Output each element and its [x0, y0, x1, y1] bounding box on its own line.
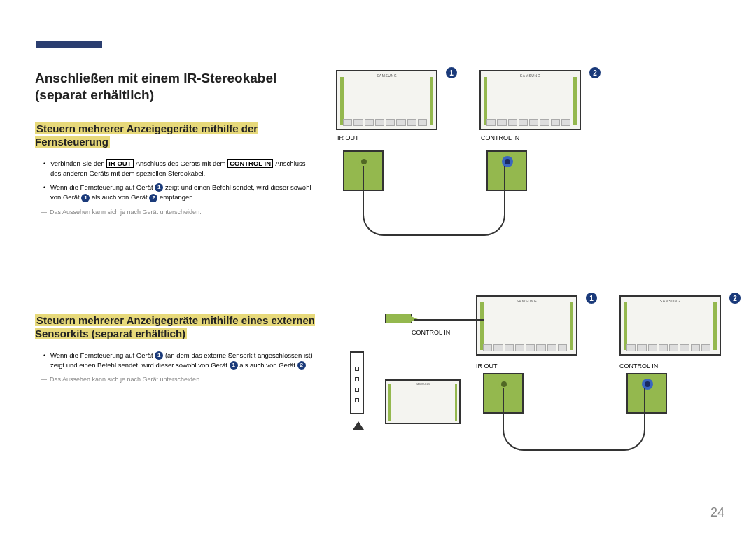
text-column: Anschließen mit einem IR-Stereokabel (se…	[35, 70, 315, 491]
badge-2-icon: 2	[589, 67, 601, 78]
cable-diagram-1	[336, 150, 728, 262]
diagram-1: 1 IR OUT 2 CONTROL IN	[336, 70, 721, 141]
badge-2-icon: 2	[729, 293, 741, 304]
label-control-in-2b: CONTROL IN	[620, 363, 658, 370]
monitor-2b: 2	[620, 295, 721, 356]
page-number: 24	[710, 505, 724, 520]
label-control-in: CONTROL IN	[481, 134, 581, 141]
num-2-icon: 2	[149, 194, 158, 202]
section1-note: ― Das Aussehen kann sich je nach Gerät u…	[41, 209, 315, 216]
label-control-in-2a: CONTROL IN	[412, 329, 450, 336]
section1-bullet2: Wenn die Fernsteuerung auf Gerät 1 zeigt…	[43, 183, 315, 203]
section2-heading: Steuern mehrerer Anzeigegeräte mithilfe …	[35, 314, 315, 341]
label-ir-out: IR OUT	[337, 134, 438, 141]
num-2-icon: 2	[298, 361, 306, 370]
header-rule	[36, 50, 724, 50]
dash-icon: ―	[41, 376, 47, 383]
monitor-1b: 1	[476, 295, 578, 356]
diagram-2: 1 2 IR OUT CONTROL IN CONTROL IN	[336, 295, 721, 491]
green-jack-plug	[385, 314, 412, 323]
section1-heading: Steuern mehrerer Anzeigegeräte mithilfe …	[35, 122, 315, 149]
cable-seg	[414, 319, 484, 321]
section1-bullet1: Verbinden Sie den IR OUT-Anschluss des G…	[43, 159, 315, 179]
section-indicator-bar	[36, 41, 102, 48]
num-1-icon: 1	[230, 361, 238, 370]
num-1-icon: 1	[155, 183, 163, 192]
monitor-1: 1 IR OUT	[336, 70, 438, 141]
arrow-up-icon	[353, 421, 364, 430]
section2-bullet1: Wenn die Fernsteuerung auf Gerät 1 (an d…	[43, 351, 315, 371]
dash-icon: ―	[41, 209, 47, 216]
label-ir-out-2: IR OUT	[476, 363, 498, 370]
cable-line-2	[503, 388, 645, 451]
monitor-small	[385, 379, 461, 424]
badge-1-icon: 1	[446, 67, 457, 78]
badge-1-icon: 1	[586, 293, 597, 304]
monitor-2: 2 CONTROL IN	[479, 70, 581, 141]
page-title: Anschließen mit einem IR-Stereokabel (se…	[35, 70, 315, 104]
section2-note: ― Das Aussehen kann sich je nach Gerät u…	[41, 376, 315, 383]
diagram-column: 1 IR OUT 2 CONTROL IN	[336, 70, 721, 491]
num-1-icon: 1	[155, 351, 163, 360]
external-sensor-bracket	[350, 351, 364, 414]
cable-line	[363, 166, 505, 236]
num-1-icon: 1	[81, 194, 90, 202]
